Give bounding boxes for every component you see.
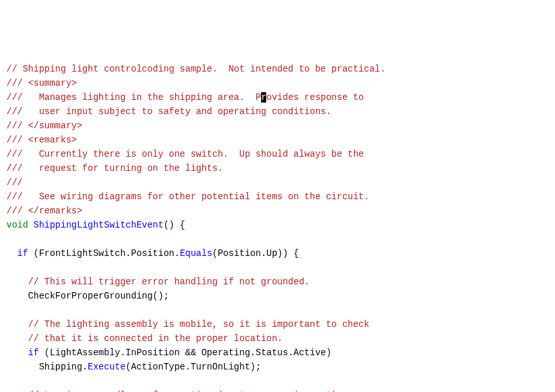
doc-remarks-close: /// </remarks> xyxy=(6,206,83,216)
code-block: // Shipping light controlcoding sample. … xyxy=(6,62,549,392)
keyword-void: void xyxy=(6,220,28,230)
indent xyxy=(6,248,17,259)
method-execute: Execute xyxy=(88,362,126,372)
comment-line: // This will trigger error handling if n… xyxy=(6,277,309,287)
indent xyxy=(6,348,28,358)
keyword-if: if xyxy=(17,248,28,259)
code-text: (Position.Up)) { xyxy=(212,248,298,259)
comment-line: // Shipping light controlcoding sample. … xyxy=(6,64,385,74)
doc-remarks-open: /// <remarks> xyxy=(6,135,77,145)
doc-remarks-text: /// Currently there is only one switch. … xyxy=(6,149,364,159)
doc-summary-text: /// user input subject to safety and ope… xyxy=(6,106,331,117)
doc-summary-open: /// <summary> xyxy=(6,78,77,88)
indent: Shipping. xyxy=(6,362,88,372)
doc-summary-text: ovides response to xyxy=(266,92,364,103)
doc-summary-close: /// </summary> xyxy=(6,121,83,131)
comment-line: // The lighting assembly is mobile, so i… xyxy=(6,319,369,329)
comment-line: // that it is connected in the proper lo… xyxy=(6,333,282,344)
doc-summary-text: /// Manages lighting in the shipping are… xyxy=(6,92,261,103)
parens-brace: () { xyxy=(164,220,186,230)
doc-remarks-text: /// xyxy=(6,177,23,188)
doc-remarks-text: /// request for turning on the lights. xyxy=(6,163,223,173)
code-text: (LightAssembly.InPosition && Operating.S… xyxy=(39,348,331,358)
method-equals: Equals xyxy=(180,248,212,259)
keyword-if: if xyxy=(28,348,39,358)
doc-remarks-text: /// See wiring diagrams for other potent… xyxy=(6,191,369,202)
space xyxy=(28,220,34,230)
function-name: ShippingLightSwitchEvent xyxy=(34,220,164,230)
code-text: (ActionType.TurnOnLight); xyxy=(126,362,261,372)
code-line: CheckForProperGrounding(); xyxy=(6,291,169,301)
code-text: (FrontLightSwitch.Position. xyxy=(28,248,180,259)
